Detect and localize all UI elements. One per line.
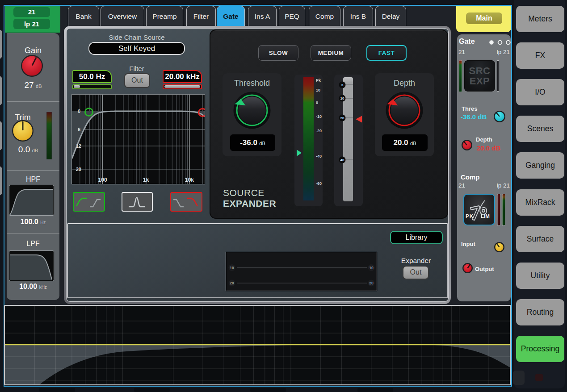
svg-text:10k: 10k	[185, 177, 194, 183]
svg-text:-20: -20	[316, 129, 322, 133]
svg-text:-40: -40	[316, 154, 322, 158]
svg-text:10: 10	[340, 96, 344, 100]
svg-text:20: 20	[230, 281, 234, 285]
svg-text:20: 20	[369, 281, 374, 285]
svg-text:20: 20	[340, 116, 344, 120]
svg-text:10: 10	[316, 88, 320, 92]
svg-text:1k: 1k	[143, 177, 149, 183]
svg-text:100: 100	[98, 177, 107, 183]
svg-text:0: 0	[78, 108, 80, 114]
svg-text:10: 10	[369, 266, 374, 270]
svg-text:PK: PK	[466, 213, 474, 219]
svg-text:3: 3	[341, 83, 344, 87]
svg-text:0: 0	[316, 100, 318, 105]
svg-text:12: 12	[76, 143, 81, 149]
svg-text:20: 20	[76, 167, 81, 172]
svg-text:LIM: LIM	[481, 213, 490, 219]
svg-text:40: 40	[340, 158, 344, 162]
svg-text:6: 6	[78, 127, 80, 132]
svg-text:Pk: Pk	[316, 78, 321, 83]
svg-text:-60: -60	[316, 181, 322, 186]
svg-text:10: 10	[230, 266, 234, 270]
svg-text:-10: -10	[316, 114, 322, 119]
